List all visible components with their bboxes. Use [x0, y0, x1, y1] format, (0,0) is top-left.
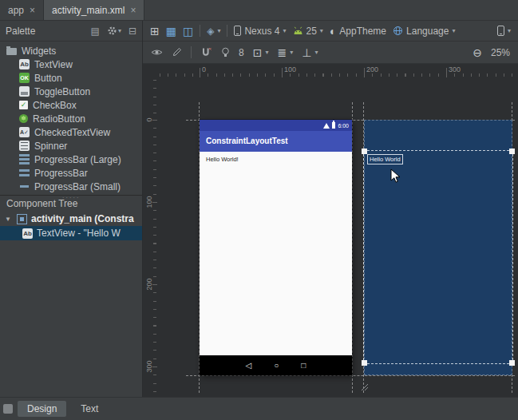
- app-bar-title: ConstraintLayoutTest: [200, 131, 352, 152]
- selection-handle[interactable]: [362, 360, 367, 366]
- editor-mode-bar: Design Text: [0, 397, 518, 420]
- tab-label: app: [8, 5, 24, 16]
- device-screen-body[interactable]: Hello World!: [200, 152, 352, 355]
- horizontal-ruler: 0 100 200 300: [157, 64, 518, 77]
- chevron-down-icon: ▾: [283, 27, 286, 34]
- toolbar-divider: [200, 25, 200, 37]
- palette-title: Palette: [6, 26, 84, 37]
- design-toolbar: ⊞ ▦ ◫ ◈ ▾ Nexus 4 ▾ 25 ▾ ◐ AppTheme Lang…: [143, 21, 518, 42]
- palette-item-togglebutton[interactable]: ToggleButton: [0, 85, 142, 98]
- guidelines-dropdown-button[interactable]: ⊥ ▾: [302, 47, 318, 58]
- tree-row-activity-main[interactable]: ▼ activity_main (Constra: [0, 212, 142, 226]
- button-icon: OK: [19, 73, 30, 83]
- palette-view-mode-icon[interactable]: ▤: [91, 26, 100, 37]
- device-selector-button[interactable]: Nexus 4 ▾: [234, 26, 286, 37]
- close-icon[interactable]: ×: [30, 6, 35, 15]
- device-status-bar: 6:00: [200, 120, 352, 131]
- design-surface[interactable]: 6:00 ConstraintLayoutTest Hello World! ◁…: [200, 120, 352, 375]
- brush-icon[interactable]: [172, 47, 182, 57]
- selection-handle[interactable]: [362, 149, 367, 154]
- infer-constraints-bulb-icon[interactable]: [221, 47, 230, 57]
- selection-handle[interactable]: [509, 360, 515, 366]
- android-icon: [293, 26, 303, 35]
- toolwindow-anchor-button[interactable]: [3, 404, 13, 414]
- constraintlayout-icon: [17, 214, 27, 224]
- chevron-down-icon: ▾: [508, 27, 511, 34]
- togglebutton-icon: [19, 86, 30, 97]
- chevron-down-icon: ▾: [320, 27, 323, 34]
- toolbar-divider: [191, 46, 192, 58]
- tree-row-textview[interactable]: Ab TextView - "Hello W: [0, 226, 142, 240]
- hide-panel-icon[interactable]: ⊟: [129, 26, 136, 37]
- editor-tab-bar: app × activity_main.xml ×: [0, 0, 518, 21]
- language-selector-button[interactable]: Language ▾: [393, 26, 455, 37]
- palette-item-textview[interactable]: Ab TextView: [0, 57, 142, 71]
- mouse-cursor: [390, 168, 401, 184]
- tab-text[interactable]: Text: [71, 401, 108, 417]
- nav-back-icon: ◁: [246, 362, 252, 370]
- palette-item-progressbar[interactable]: ProgressBar: [0, 166, 142, 180]
- palette-item-progressbar-large[interactable]: ProgressBar (Large): [0, 153, 142, 166]
- progressbar-large-icon: [19, 154, 30, 164]
- nav-home-icon: ○: [274, 362, 279, 370]
- phone-icon: [234, 26, 241, 36]
- gear-icon[interactable]: ▾: [107, 26, 121, 36]
- selection-handle[interactable]: [509, 149, 515, 154]
- close-icon[interactable]: ×: [130, 6, 136, 15]
- palette-item-checkbox[interactable]: ✓ CheckBox: [0, 98, 142, 112]
- battery-icon: [332, 122, 335, 129]
- android-studio-window: app × activity_main.xml × Palette ▤ ▾ ⊟ …: [0, 0, 518, 420]
- palette-item-radiobutton[interactable]: RadioButton: [0, 112, 142, 125]
- device-name: Nexus 4: [244, 26, 279, 37]
- palette-item-button[interactable]: OK Button: [0, 71, 142, 85]
- bounds-guide-line: [352, 102, 353, 393]
- align-dropdown-button[interactable]: ≣ ▾: [277, 47, 293, 58]
- tab-app[interactable]: app ×: [0, 0, 44, 20]
- blueprint-mode-icon[interactable]: ▦: [166, 26, 176, 37]
- device-nav-bar: ◁ ○ □: [200, 355, 352, 375]
- api-level-button[interactable]: 25 ▾: [293, 26, 323, 37]
- resize-grip-icon[interactable]: [359, 382, 369, 391]
- chevron-down-icon: ▾: [290, 49, 293, 56]
- theme-selector-button[interactable]: ◐ AppTheme: [330, 26, 386, 37]
- progressbar-small-icon: [19, 181, 30, 192]
- rotate-device-button[interactable]: ▾: [497, 26, 511, 36]
- root-layout-selection[interactable]: [363, 150, 513, 364]
- textview-icon: Ab: [22, 228, 33, 239]
- design-mode-icon[interactable]: ⊞: [150, 26, 160, 37]
- margins-icon: ⊡: [253, 47, 263, 58]
- palette-group-widgets[interactable]: Widgets: [0, 44, 142, 57]
- constraint-toolbar: 8 ⊡ ▾ ≣ ▾ ⊥ ▾ ⊖ 25%: [143, 42, 518, 64]
- splitter-handle-icon[interactable]: ∙∙∙∙∙: [62, 193, 81, 201]
- autoconnect-off-magnet-icon[interactable]: [200, 47, 212, 57]
- palette-item-checkedtextview[interactable]: A✓ CheckedTextView: [0, 125, 142, 139]
- chevron-down-icon: ▾: [452, 27, 455, 34]
- expand-arrow-icon[interactable]: ▼: [5, 216, 13, 223]
- tab-activity-main-xml[interactable]: activity_main.xml ×: [44, 0, 144, 20]
- default-margin-value[interactable]: 8: [239, 47, 244, 58]
- both-modes-icon[interactable]: ◫: [183, 26, 193, 37]
- margins-dropdown-button[interactable]: ⊡ ▾: [253, 47, 269, 58]
- api-level: 25: [306, 26, 317, 37]
- palette-item-progressbar-small[interactable]: ProgressBar (Small): [0, 180, 142, 193]
- orientation-button[interactable]: ◈ ▾: [207, 26, 220, 36]
- palette-header: Palette ▤ ▾ ⊟: [0, 21, 142, 42]
- vertical-ruler: 0 100 200 300: [143, 77, 157, 397]
- theme-icon: ◐: [330, 26, 336, 37]
- design-canvas[interactable]: 0 100 200 300 0 100 200 300 6:00 Constra…: [143, 64, 518, 397]
- guidelines-icon: ⊥: [302, 47, 311, 58]
- blueprint-hello-world-textview[interactable]: Hello World: [367, 154, 403, 164]
- tab-design[interactable]: Design: [18, 401, 66, 417]
- show-options-eye-icon[interactable]: [151, 48, 163, 57]
- tab-label: activity_main.xml: [52, 5, 125, 16]
- theme-name: AppTheme: [339, 26, 386, 37]
- progressbar-icon: [19, 168, 30, 178]
- folder-icon: [6, 48, 17, 55]
- chevron-down-icon: ▾: [265, 49, 268, 56]
- hello-world-textview[interactable]: Hello World!: [206, 156, 239, 163]
- radiobutton-icon: [19, 114, 28, 123]
- palette-item-spinner[interactable]: Spinner: [0, 139, 142, 153]
- zoom-out-icon[interactable]: ⊖: [473, 47, 482, 58]
- chevron-down-icon: ▾: [118, 27, 121, 34]
- chevron-down-icon: ▾: [217, 27, 220, 34]
